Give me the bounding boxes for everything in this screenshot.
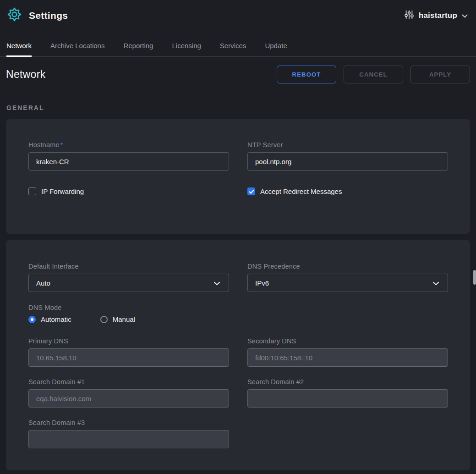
dns-precedence-field-group: DNS Precedence IPv6: [247, 263, 448, 292]
chevron-down-icon: [432, 279, 439, 287]
hostname-input[interactable]: [28, 152, 229, 171]
tab-archive-locations[interactable]: Archive Locations: [50, 42, 104, 56]
ip-forwarding-label: IP Forwarding: [41, 187, 84, 195]
search-domain-3-field-group: Search Domain #3: [28, 419, 229, 448]
dns-mode-manual-radio[interactable]: [100, 316, 108, 323]
page-head: Network REBOOT CANCEL APPLY: [6, 66, 470, 83]
dns-mode-automatic-radio[interactable]: [28, 316, 36, 323]
default-interface-value: Auto: [36, 279, 50, 287]
dns-mode-group: DNS Mode Automatic Manual: [28, 304, 448, 323]
primary-dns-label: Primary DNS: [28, 337, 229, 345]
tab-reporting[interactable]: Reporting: [123, 42, 153, 56]
scrollbar-thumb[interactable]: [473, 270, 476, 285]
accept-redirect-checkbox[interactable]: [247, 187, 255, 195]
search-domain-1-input: [28, 389, 229, 408]
search-domain-2-label: Search Domain #2: [247, 378, 448, 386]
ip-forwarding-checkbox-item[interactable]: IP Forwarding: [28, 187, 229, 195]
dns-precedence-select[interactable]: IPv6: [247, 274, 448, 292]
cancel-button[interactable]: CANCEL: [344, 66, 403, 83]
app-title: Settings: [29, 10, 68, 21]
page-title: Network: [6, 68, 45, 81]
default-interface-label: Default Interface: [28, 263, 229, 270]
search-domain-3-input: [28, 430, 229, 448]
secondary-dns-label: Secondary DNS: [247, 337, 448, 345]
settings-tabbar: Network Archive Locations Reporting Lice…: [0, 31, 476, 57]
ntp-server-field-group: NTP Server: [247, 141, 448, 171]
tab-services[interactable]: Services: [220, 42, 246, 56]
primary-dns-input: [28, 348, 229, 367]
search-domain-3-label: Search Domain #3: [28, 419, 229, 426]
dns-mode-manual-radio-item[interactable]: Manual: [100, 315, 135, 323]
settings-gear-icon: [7, 7, 22, 24]
default-interface-select[interactable]: Auto: [28, 274, 229, 292]
page-actions: REBOOT CANCEL APPLY: [277, 66, 470, 83]
primary-dns-field-group: Primary DNS: [28, 337, 229, 367]
ip-forwarding-checkbox[interactable]: [28, 187, 36, 195]
reboot-button[interactable]: REBOOT: [277, 66, 336, 83]
dns-mode-label: DNS Mode: [28, 304, 448, 311]
sliders-icon: [404, 10, 414, 22]
ntp-server-input[interactable]: [247, 152, 448, 171]
check-icon: [249, 189, 254, 194]
search-domain-1-field-group: Search Domain #1: [28, 378, 229, 408]
secondary-dns-field-group: Secondary DNS: [247, 337, 448, 367]
secondary-dns-input: [247, 348, 448, 367]
ntp-server-label: NTP Server: [247, 141, 448, 149]
dns-mode-automatic-label: Automatic: [41, 315, 71, 323]
tab-licensing[interactable]: Licensing: [172, 42, 201, 56]
hostname-label: Hostname*: [28, 141, 229, 149]
search-domain-2-field-group: Search Domain #2: [247, 378, 448, 408]
accept-redirect-checkbox-item[interactable]: Accept Redirect Messages: [247, 187, 448, 195]
search-domain-1-label: Search Domain #1: [28, 378, 229, 386]
dns-mode-automatic-radio-item[interactable]: Automatic: [28, 315, 71, 323]
account-name: haistartup: [419, 11, 457, 20]
chevron-down-icon: [462, 11, 468, 20]
search-domain-2-input: [247, 389, 448, 408]
tab-network[interactable]: Network: [6, 42, 32, 56]
app-header: Settings haistartup: [0, 0, 476, 31]
account-menu[interactable]: haistartup: [404, 10, 468, 22]
general-section-heading: GENERAL: [6, 104, 470, 111]
default-interface-field-group: Default Interface Auto: [28, 263, 229, 292]
general-card: Hostname* NTP Server IP Forwarding Acce: [6, 119, 470, 234]
apply-button[interactable]: APPLY: [410, 66, 470, 83]
tab-update[interactable]: Update: [265, 42, 287, 56]
chevron-down-icon: [213, 279, 220, 287]
hostname-field-group: Hostname*: [28, 141, 229, 171]
required-asterisk: *: [60, 141, 63, 149]
dns-mode-manual-label: Manual: [113, 315, 135, 323]
network-settings-card: Default Interface Auto DNS Precedence IP…: [6, 240, 470, 470]
dns-precedence-value: IPv6: [255, 279, 269, 287]
dns-precedence-label: DNS Precedence: [247, 263, 448, 270]
accept-redirect-label: Accept Redirect Messages: [260, 187, 342, 195]
